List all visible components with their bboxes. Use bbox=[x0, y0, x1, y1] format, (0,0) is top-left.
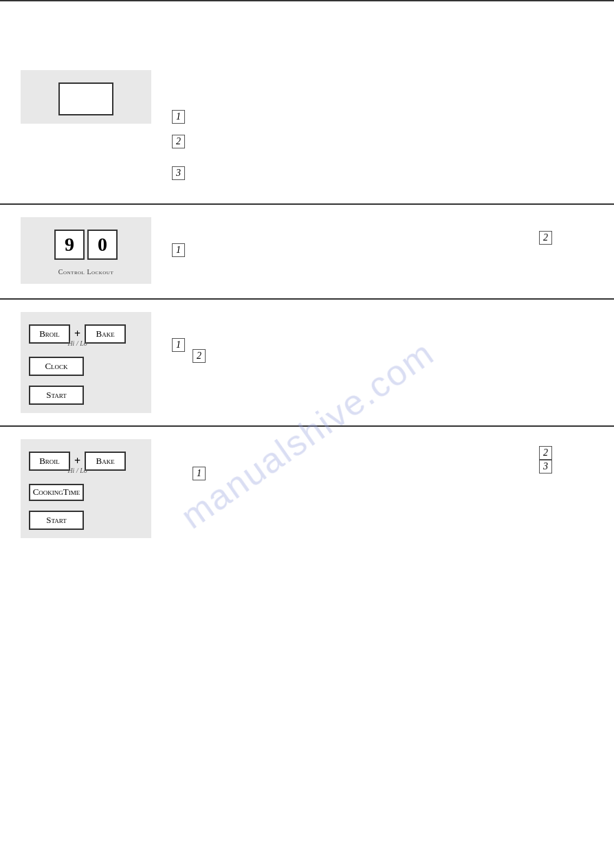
start-key-2[interactable]: Start bbox=[29, 511, 84, 530]
section-4: Broil + Bake Hi / Lo Cooking Time Start … bbox=[0, 425, 614, 550]
section-3: Broil + Bake Hi / Lo Clock Start 1 2 bbox=[0, 298, 614, 425]
display-blank bbox=[58, 82, 113, 115]
control-lockout-label: Control Lockout bbox=[58, 268, 113, 276]
diagram-1 bbox=[21, 70, 151, 124]
content-1: 1 2 3 bbox=[165, 70, 593, 191]
diagram-3-col: Broil + Bake Hi / Lo Clock Start bbox=[29, 324, 143, 405]
section-2: 9 0 Control Lockout 1 2 bbox=[0, 203, 614, 298]
clock-key[interactable]: Clock bbox=[29, 357, 84, 376]
step-1-num-s4: 1 bbox=[193, 467, 206, 480]
step-3-num-s4: 3 bbox=[539, 460, 552, 474]
step-2-num-s2: 2 bbox=[539, 231, 552, 245]
step-1-num-s3: 1 bbox=[172, 338, 185, 352]
step-3-num: 3 bbox=[172, 166, 185, 180]
broil-key-2[interactable]: Broil bbox=[29, 452, 70, 471]
digits-display: 9 0 bbox=[54, 230, 118, 260]
bake-key-2[interactable]: Bake bbox=[85, 452, 126, 471]
cooking-time-line2: Time bbox=[63, 487, 80, 498]
step-1-num: 1 bbox=[172, 110, 185, 124]
content-2: 1 2 bbox=[165, 217, 593, 286]
broil-key[interactable]: Broil bbox=[29, 324, 70, 344]
content-3: 1 2 bbox=[165, 312, 593, 381]
bake-key[interactable]: Bake bbox=[85, 324, 126, 344]
digit-9: 9 bbox=[54, 230, 85, 260]
diagram-4: Broil + Bake Hi / Lo Cooking Time Start bbox=[21, 439, 151, 538]
step-2-num-s3: 2 bbox=[193, 349, 206, 363]
plus-sign-2: + bbox=[74, 455, 80, 467]
step-1-num-s2: 1 bbox=[172, 243, 185, 257]
section-1: 1 2 3 bbox=[0, 0, 614, 203]
content-4: 2 3 1 bbox=[165, 439, 593, 508]
start-key[interactable]: Start bbox=[29, 386, 84, 405]
cooking-time-key[interactable]: Cooking Time bbox=[29, 484, 84, 501]
plus-sign: + bbox=[74, 328, 80, 340]
step-2-num: 2 bbox=[172, 135, 185, 148]
digit-0: 0 bbox=[87, 230, 118, 260]
diagram-2: 9 0 Control Lockout bbox=[21, 217, 151, 284]
diagram-4-col: Broil + Bake Hi / Lo Cooking Time Start bbox=[29, 452, 143, 530]
cooking-time-line1: Cooking bbox=[33, 487, 63, 498]
step-2-num-s4: 2 bbox=[539, 446, 552, 460]
diagram-3: Broil + Bake Hi / Lo Clock Start bbox=[21, 312, 151, 413]
